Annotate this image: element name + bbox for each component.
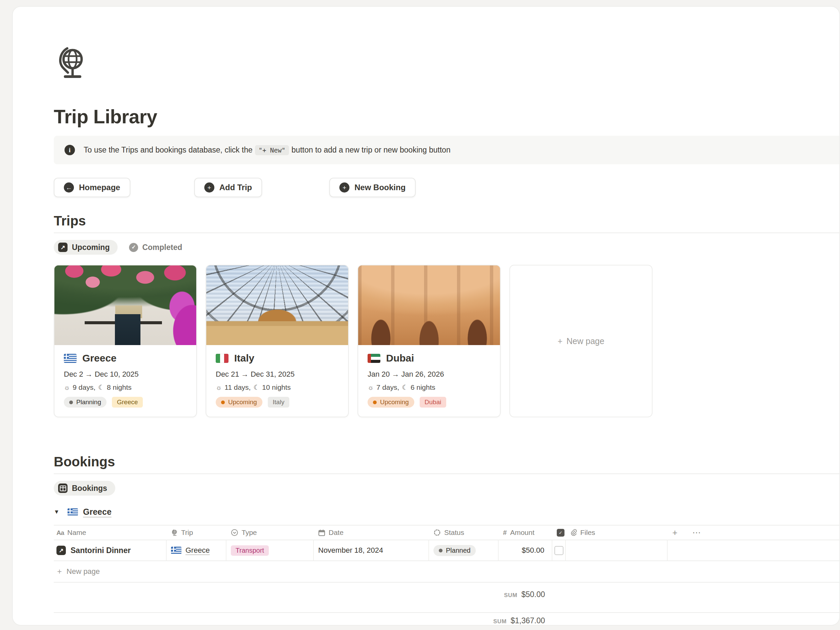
- bookings-group-greece: ▼ Greece: [54, 507, 839, 517]
- plus-icon: +: [57, 567, 62, 576]
- sum-label: SUM: [504, 592, 518, 599]
- group-name-link[interactable]: Greece: [83, 507, 112, 517]
- globe-page-icon[interactable]: [54, 46, 87, 81]
- status-dot: [221, 401, 225, 404]
- column-header-amount[interactable]: # Amount: [499, 526, 553, 540]
- column-header-checkbox[interactable]: ✓: [553, 526, 566, 540]
- bookings-heading: Bookings: [54, 454, 839, 469]
- notion-page: Trip Library i To use the Trips and book…: [12, 6, 840, 625]
- destination-tag: Dubai: [420, 397, 447, 407]
- divider: [54, 474, 840, 474]
- trip-card-duration: ☼ 7 days, ☾ 6 nights: [368, 384, 491, 392]
- tab-bookings[interactable]: Bookings: [54, 481, 115, 496]
- bookings-table: Aa Name Trip Type: [54, 525, 840, 625]
- new-button-badge: "+ New": [255, 145, 289, 155]
- text-property-icon: Aa: [57, 529, 64, 536]
- new-trip-card-button[interactable]: +New page: [509, 265, 652, 417]
- globe-icon: [171, 529, 178, 536]
- booking-name-cell[interactable]: ↗ Santorini Dinner: [54, 540, 167, 561]
- trip-card-title: Italy: [234, 352, 254, 364]
- trip-card-greece[interactable]: Greece Dec 2 → Dec 10, 2025 ☼ 9 days, ☾ …: [54, 265, 197, 417]
- callout-text: To use the Trips and bookings database, …: [84, 145, 451, 155]
- destination-tag: Greece: [112, 397, 143, 407]
- add-trip-button[interactable]: + Add Trip: [194, 178, 262, 197]
- trip-card-dates: Dec 2 → Dec 10, 2025: [64, 370, 187, 379]
- status-badge: Planning: [64, 397, 106, 407]
- group-sum-value[interactable]: $50.00: [521, 590, 545, 599]
- moon-icon: ☾: [402, 384, 408, 392]
- trip-card-italy[interactable]: Italy Dec 21 → Dec 31, 2025 ☼ 11 days, ☾…: [205, 265, 349, 417]
- status-badge: Upcoming: [216, 397, 262, 407]
- uae-flag-icon: [368, 354, 381, 363]
- status-dot: [439, 549, 442, 553]
- plus-circle-icon: +: [339, 182, 349, 193]
- column-header-trip[interactable]: Trip: [167, 526, 226, 540]
- trip-cards: Greece Dec 2 → Dec 10, 2025 ☼ 9 days, ☾ …: [54, 265, 839, 417]
- type-tag: Transport: [231, 545, 269, 556]
- column-header-type[interactable]: Type: [226, 526, 314, 540]
- column-header-date[interactable]: Date: [314, 526, 429, 540]
- tab-completed[interactable]: ✓ Completed: [129, 243, 182, 252]
- booking-files-cell[interactable]: [566, 540, 668, 561]
- total-sum-row: SUM $1,367.00: [54, 613, 840, 625]
- booking-trip-cell[interactable]: Greece: [167, 540, 226, 561]
- table-header-extra: + ⋯: [668, 527, 840, 538]
- trip-card-duration: ☼ 9 days, ☾ 8 nights: [64, 384, 187, 392]
- sum-label: SUM: [493, 618, 507, 625]
- trips-heading: Trips: [54, 213, 839, 229]
- divider: [54, 232, 840, 233]
- back-arrow-icon: ←: [64, 182, 74, 193]
- column-header-status[interactable]: Status: [429, 526, 499, 540]
- row-extra-space: [668, 540, 840, 561]
- booking-status-cell[interactable]: Planned: [429, 540, 499, 561]
- status-badge: Planned: [433, 545, 476, 556]
- plus-circle-icon: +: [204, 182, 215, 193]
- status-dot: [69, 401, 73, 404]
- info-callout: i To use the Trips and bookings database…: [54, 136, 840, 164]
- calendar-icon: [318, 529, 325, 536]
- add-column-button[interactable]: +: [672, 527, 677, 538]
- trip-card-dates: Dec 21 → Dec 31, 2025: [216, 370, 339, 379]
- greece-cover-image: [54, 265, 196, 345]
- action-buttons: ← Homepage + Add Trip + New Booking: [54, 178, 839, 197]
- row-checkbox[interactable]: [554, 546, 564, 555]
- total-sum-value[interactable]: $1,367.00: [511, 616, 545, 625]
- moon-icon: ☾: [253, 384, 259, 392]
- paperclip-icon: [570, 529, 577, 536]
- number-property-icon: #: [503, 529, 507, 536]
- tab-upcoming[interactable]: ↗ Upcoming: [54, 240, 118, 255]
- collapse-triangle-icon[interactable]: ▼: [54, 509, 63, 515]
- checkbox-property-icon: ✓: [557, 529, 564, 537]
- greece-flag-icon: [64, 354, 77, 363]
- column-header-files[interactable]: Files: [566, 526, 668, 540]
- sun-icon: ☼: [368, 384, 374, 392]
- dubai-cover-image: [358, 265, 500, 345]
- trip-card-dubai[interactable]: Dubai Jan 20 → Jan 26, 2026 ☼ 7 days, ☾ …: [357, 265, 501, 417]
- italy-flag-icon: [216, 354, 229, 363]
- trip-relation-link[interactable]: Greece: [185, 546, 210, 555]
- page-arrow-icon: ↗: [57, 546, 66, 555]
- booking-amount-cell[interactable]: $50.00: [499, 540, 553, 561]
- greece-flag-icon: [68, 508, 78, 516]
- booking-type-cell[interactable]: Transport: [226, 540, 314, 561]
- trip-card-title: Greece: [82, 352, 117, 364]
- greece-flag-icon: [171, 547, 182, 554]
- table-view-icon: [58, 483, 68, 493]
- table-more-button[interactable]: ⋯: [692, 527, 701, 538]
- italy-cover-image: [206, 265, 348, 345]
- sun-icon: ☼: [64, 384, 70, 392]
- moon-icon: ☾: [98, 384, 104, 392]
- status-spinner-icon: [433, 529, 441, 536]
- booking-date-cell[interactable]: November 18, 2024: [314, 540, 429, 561]
- column-header-name[interactable]: Aa Name: [54, 526, 167, 540]
- homepage-button[interactable]: ← Homepage: [54, 178, 130, 197]
- group-sum-row: SUM $50.00: [54, 583, 840, 613]
- new-booking-button[interactable]: + New Booking: [329, 178, 415, 197]
- trip-card-duration: ☼ 11 days, ☾ 10 nights: [216, 384, 339, 392]
- status-badge: Upcoming: [368, 397, 414, 407]
- status-dot: [373, 401, 377, 404]
- plus-icon: +: [557, 336, 562, 346]
- table-new-page-row[interactable]: + New page: [54, 561, 840, 583]
- table-header-row: Aa Name Trip Type: [54, 525, 840, 540]
- booking-checkbox-cell: [553, 540, 566, 561]
